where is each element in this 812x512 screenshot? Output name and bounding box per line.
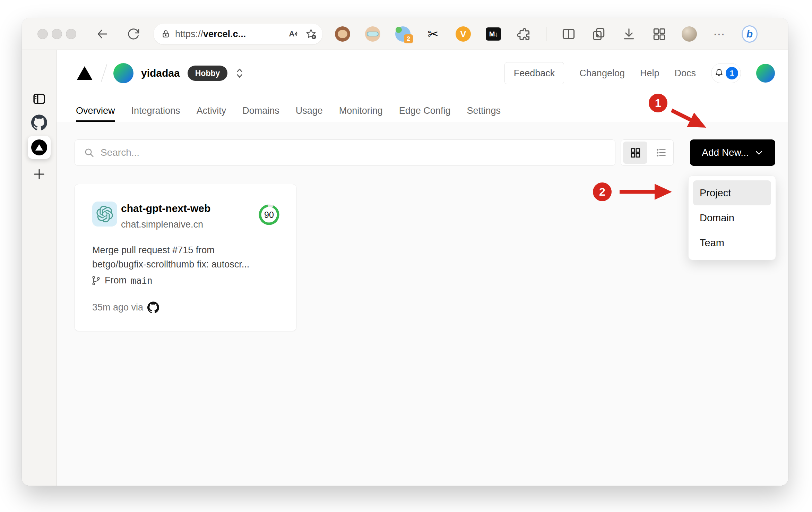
changelog-link[interactable]: Changelog: [579, 68, 625, 79]
commit-line-1: Merge pull request #715 from: [92, 243, 269, 257]
new-tab-button[interactable]: [22, 167, 57, 181]
v-extension-icon[interactable]: V: [455, 26, 471, 42]
markdown-extension-icon[interactable]: M↓: [485, 26, 501, 42]
tab-domains[interactable]: Domains: [242, 100, 279, 122]
deployed-time: 35m ago via: [92, 302, 143, 313]
notifications-button[interactable]: 1: [711, 63, 741, 83]
project-logo: [92, 202, 117, 227]
openai-logo-icon: [96, 206, 113, 222]
commit-line-2: betgo/bugfix-scrollthumb fix: autoscr...: [92, 257, 269, 272]
back-button[interactable]: [95, 26, 110, 42]
team-switcher-button[interactable]: [235, 67, 244, 79]
dropdown-item-project[interactable]: Project: [693, 180, 771, 205]
dropdown-item-domain[interactable]: Domain: [693, 205, 771, 230]
dropdown-item-team[interactable]: Team: [693, 230, 771, 255]
tab-edge-config[interactable]: Edge Config: [399, 100, 451, 122]
team-avatar[interactable]: [113, 63, 133, 83]
collections-icon[interactable]: [591, 26, 607, 42]
vercel-favicon: [35, 144, 43, 151]
extensions-row: 2 ✂ V M↓: [335, 18, 758, 50]
bell-icon: [714, 68, 724, 79]
plan-badge: Hobby: [188, 66, 228, 81]
list-view-icon: [655, 147, 667, 159]
search-icon: [84, 147, 95, 158]
tab-usage[interactable]: Usage: [296, 100, 323, 122]
search-bar: [75, 139, 615, 166]
score-value: 90: [264, 210, 274, 220]
url-text[interactable]: https://vercel.c...: [175, 29, 288, 40]
more-options-button[interactable]: ⋯: [711, 26, 727, 42]
sidebar-tab-vercel-active[interactable]: [22, 136, 57, 159]
bing-chat-icon[interactable]: b: [742, 26, 758, 42]
branch-row: From main: [92, 275, 153, 286]
breadcrumb-divider: [101, 64, 107, 82]
user-avatar[interactable]: [756, 64, 775, 83]
chevron-up-down-icon: [235, 67, 244, 79]
status-extension-icon[interactable]: 2: [395, 26, 411, 42]
github-icon: [31, 114, 47, 130]
add-favorite-star-icon[interactable]: [305, 28, 317, 40]
project-name[interactable]: chat-gpt-next-web: [121, 203, 210, 214]
project-card[interactable]: chat-gpt-next-web chat.simplenaive.cn 90…: [75, 184, 296, 331]
help-link[interactable]: Help: [640, 68, 659, 79]
traffic-lights: [37, 29, 76, 39]
reload-button[interactable]: [126, 26, 141, 42]
tab-overview[interactable]: Overview: [76, 100, 115, 122]
back-arrow-icon: [96, 27, 109, 41]
plus-icon: [32, 167, 46, 181]
tampermonkey-extension-icon[interactable]: [335, 26, 351, 42]
reload-icon: [127, 27, 140, 41]
profile-avatar[interactable]: [681, 26, 697, 42]
add-new-dropdown: Project Domain Team: [688, 176, 776, 260]
notification-count-badge: 1: [726, 67, 738, 79]
zoom-window-button[interactable]: [66, 29, 76, 39]
tab-monitoring[interactable]: Monitoring: [339, 100, 383, 122]
extension-badge-count: 2: [404, 34, 413, 43]
read-aloud-icon[interactable]: A: [288, 28, 300, 40]
grid-view-icon: [629, 147, 641, 159]
browser-toolbar: https://vercel.c... A 2 ✂ V M↓: [22, 18, 788, 50]
scissors-extension-icon[interactable]: ✂: [425, 26, 441, 42]
lighthouse-score-ring[interactable]: 90: [258, 204, 280, 226]
breadcrumb: yidadaa Hobby Feedback Changelog Help Do…: [76, 58, 775, 89]
add-new-button[interactable]: Add New...: [690, 139, 775, 166]
toolbar-divider: [546, 27, 546, 41]
docs-link[interactable]: Docs: [674, 68, 696, 79]
add-new-label: Add New...: [702, 147, 749, 158]
address-bar[interactable]: https://vercel.c... A: [154, 24, 322, 44]
panel-icon: [32, 92, 46, 106]
vercel-logo[interactable]: [76, 66, 93, 81]
sidebar-tab-github[interactable]: [22, 114, 57, 130]
minimize-window-button[interactable]: [52, 29, 62, 39]
tab-integrations[interactable]: Integrations: [131, 100, 180, 122]
dashboard-tabs: Overview Integrations Activity Domains U…: [76, 100, 501, 122]
git-branch-icon: [92, 275, 101, 286]
list-view-button[interactable]: [649, 140, 674, 165]
browser-sidebar: [22, 50, 57, 486]
avatar-extension-icon[interactable]: [365, 26, 381, 42]
project-domain[interactable]: chat.simplenaive.cn: [121, 219, 203, 230]
url-host: vercel.c...: [203, 29, 246, 39]
split-screen-icon[interactable]: [561, 26, 577, 42]
close-window-button[interactable]: [37, 29, 48, 39]
search-input[interactable]: [75, 139, 615, 166]
lock-icon: [161, 29, 170, 39]
team-name[interactable]: yidadaa: [141, 67, 180, 79]
apps-grid-icon[interactable]: [651, 26, 667, 42]
header-actions: Feedback Changelog Help Docs 1: [504, 62, 775, 84]
commit-message[interactable]: Merge pull request #715 from betgo/bugfi…: [92, 243, 269, 272]
feedback-button[interactable]: Feedback: [504, 62, 564, 84]
browser-window: https://vercel.c... A 2 ✂ V M↓: [22, 18, 788, 486]
url-scheme: https://: [175, 29, 203, 39]
branch-name: main: [131, 275, 153, 286]
svg-text:A: A: [289, 29, 294, 38]
sidebar-panel-toggle[interactable]: [22, 92, 57, 106]
extensions-puzzle-icon[interactable]: [516, 26, 532, 42]
grid-view-button[interactable]: [623, 142, 647, 164]
deployment-meta: 35m ago via: [92, 301, 159, 313]
tab-settings[interactable]: Settings: [467, 100, 501, 122]
dashboard-content: Add New... chat-gpt-next-web chat.simple…: [57, 122, 788, 486]
downloads-icon[interactable]: [621, 26, 637, 42]
tab-activity[interactable]: Activity: [197, 100, 226, 122]
chevron-down-icon: [754, 148, 763, 157]
